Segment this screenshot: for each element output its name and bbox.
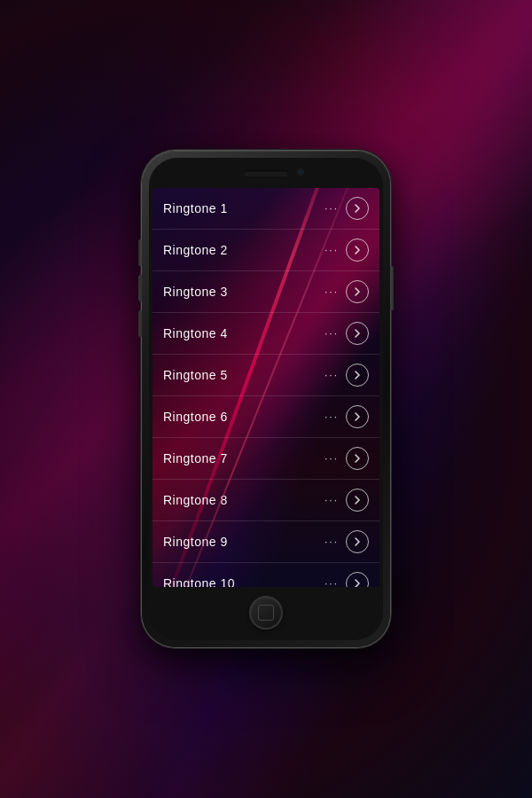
phone-device: Ringtone 1···Ringtone 2···Ringtone 3···R… — [142, 151, 390, 647]
more-options-icon[interactable]: ··· — [325, 453, 339, 464]
list-item: Ringtone 2··· — [153, 230, 379, 271]
ringtone-label: Ringtone 3 — [163, 285, 325, 299]
ringtone-controls: ··· — [325, 364, 369, 387]
list-item: Ringtone 3··· — [153, 271, 379, 313]
list-item: Ringtone 9··· — [153, 521, 379, 563]
ringtone-list: Ringtone 1···Ringtone 2···Ringtone 3···R… — [153, 188, 379, 587]
ringtone-label: Ringtone 1 — [163, 201, 325, 215]
play-button[interactable] — [346, 280, 369, 303]
list-item: Ringtone 4··· — [153, 313, 379, 355]
more-options-icon[interactable]: ··· — [325, 536, 339, 547]
ringtone-label: Ringtone 10 — [163, 576, 325, 587]
chevron-right-icon — [353, 454, 362, 463]
play-button[interactable] — [346, 364, 369, 387]
play-button[interactable] — [346, 239, 369, 262]
play-button[interactable] — [346, 197, 369, 220]
ringtone-label: Ringtone 6 — [163, 410, 325, 424]
chevron-right-icon — [353, 246, 362, 254]
ringtone-label: Ringtone 8 — [163, 493, 325, 507]
more-options-icon[interactable]: ··· — [325, 495, 339, 505]
list-item: Ringtone 8··· — [153, 480, 379, 521]
ringtone-label: Ringtone 9 — [163, 535, 325, 549]
more-options-icon[interactable]: ··· — [325, 286, 339, 297]
ringtone-controls: ··· — [325, 572, 369, 587]
earpiece — [244, 170, 288, 176]
home-button[interactable] — [249, 596, 283, 630]
list-item: Ringtone 7··· — [153, 438, 379, 480]
play-button[interactable] — [346, 489, 369, 512]
chevron-right-icon — [353, 329, 362, 338]
more-options-icon[interactable]: ··· — [325, 328, 339, 339]
chevron-right-icon — [353, 496, 362, 505]
ringtone-label: Ringtone 7 — [163, 451, 325, 466]
chevron-right-icon — [353, 579, 362, 587]
ringtone-controls: ··· — [325, 322, 369, 345]
more-options-icon[interactable]: ··· — [325, 578, 339, 587]
play-button[interactable] — [346, 322, 369, 345]
camera — [297, 168, 304, 176]
ringtone-controls: ··· — [325, 530, 369, 553]
play-button[interactable] — [346, 572, 369, 587]
more-options-icon[interactable]: ··· — [325, 370, 339, 380]
play-button[interactable] — [346, 447, 369, 470]
ringtone-label: Ringtone 5 — [163, 368, 325, 382]
chevron-right-icon — [353, 204, 362, 213]
list-item: Ringtone 1··· — [153, 188, 379, 230]
list-item: Ringtone 6··· — [153, 396, 379, 438]
phone-screen: Ringtone 1···Ringtone 2···Ringtone 3···R… — [153, 188, 379, 587]
more-options-icon[interactable]: ··· — [325, 203, 339, 214]
ringtone-controls: ··· — [325, 405, 369, 428]
ringtone-controls: ··· — [325, 280, 369, 303]
chevron-right-icon — [353, 412, 362, 421]
chevron-right-icon — [353, 287, 362, 296]
ringtone-controls: ··· — [325, 197, 369, 220]
list-item: Ringtone 10··· — [153, 563, 379, 587]
ringtone-controls: ··· — [325, 489, 369, 512]
ringtone-label: Ringtone 4 — [163, 326, 325, 340]
play-button[interactable] — [346, 530, 369, 553]
more-options-icon[interactable]: ··· — [325, 245, 339, 255]
chevron-right-icon — [353, 371, 362, 379]
list-item: Ringtone 5··· — [153, 355, 379, 396]
ringtone-controls: ··· — [325, 239, 369, 262]
play-button[interactable] — [346, 405, 369, 428]
ringtone-controls: ··· — [325, 447, 369, 470]
more-options-icon[interactable]: ··· — [325, 411, 339, 422]
phone-body: Ringtone 1···Ringtone 2···Ringtone 3···R… — [149, 158, 383, 640]
ringtone-label: Ringtone 2 — [163, 243, 325, 257]
chevron-right-icon — [353, 537, 362, 546]
